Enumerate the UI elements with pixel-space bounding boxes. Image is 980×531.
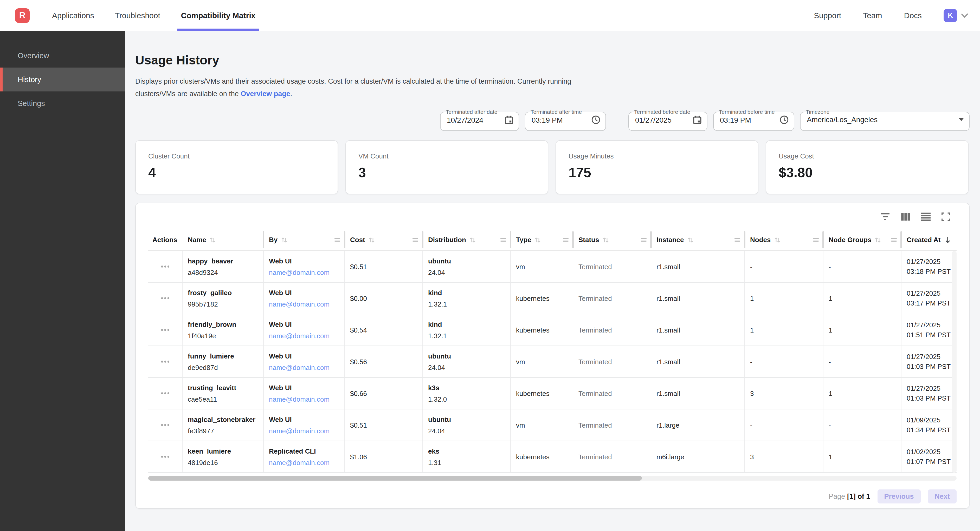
sidebar-item-history[interactable]: History	[0, 68, 125, 92]
columns-button[interactable]	[901, 212, 910, 221]
nav-tab-applications[interactable]: Applications	[52, 0, 94, 31]
fullscreen-button[interactable]	[942, 212, 950, 221]
cell-distribution: eks1.31	[423, 441, 511, 472]
email-link[interactable]: name@domain.com	[269, 362, 344, 372]
column-header-created-at[interactable]: Created At	[902, 229, 958, 250]
filter-button[interactable]	[881, 212, 890, 221]
row-actions-button[interactable]	[148, 378, 183, 409]
column-resize-icon[interactable]	[641, 238, 647, 242]
email-link[interactable]: name@domain.com	[269, 299, 344, 309]
column-resize-icon[interactable]	[813, 238, 819, 242]
column-header-cost[interactable]: Cost	[345, 229, 423, 250]
column-resize-icon[interactable]	[735, 238, 740, 242]
app-logo[interactable]: R	[15, 8, 30, 22]
row-actions-button[interactable]	[148, 346, 183, 377]
column-header-node-groups[interactable]: Node Groups	[823, 229, 902, 250]
table-row[interactable]: trusting_leavittcae5ea11 Web UIname@doma…	[148, 378, 956, 409]
column-resize-icon[interactable]	[500, 238, 506, 242]
horizontal-scrollbar-thumb[interactable]	[148, 476, 642, 480]
sort-icon[interactable]	[875, 236, 881, 243]
stat-label: Cluster Count	[148, 152, 325, 160]
table-row[interactable]: frosty_galileo995b7182 Web UIname@domain…	[148, 283, 956, 314]
sort-desc-icon[interactable]	[944, 236, 951, 244]
table-row[interactable]: happy_beavera48d9324 Web UIname@domain.c…	[148, 251, 956, 283]
email-link[interactable]: name@domain.com	[269, 458, 344, 468]
sidebar-item-settings[interactable]: Settings	[0, 92, 125, 115]
sort-icon[interactable]	[535, 236, 541, 243]
calendar-icon[interactable]	[504, 115, 514, 125]
avatar[interactable]: K	[943, 9, 957, 22]
email-link[interactable]: name@domain.com	[269, 394, 344, 404]
horizontal-scrollbar[interactable]	[148, 476, 956, 480]
sort-icon[interactable]	[602, 236, 609, 243]
timezone-select[interactable]: Timezone America/Los_Angeles	[800, 109, 970, 131]
terminated-before-date-field[interactable]: Terminated before date 01/27/2025	[628, 109, 708, 131]
row-actions-button[interactable]	[148, 409, 183, 441]
vertical-scrollbar-track[interactable]	[952, 251, 956, 473]
page-indicator: Page [1] of 1	[829, 493, 870, 500]
terminated-before-time-value[interactable]: 03:19 PM	[720, 116, 751, 124]
row-actions-button[interactable]	[148, 441, 183, 472]
row-actions-button[interactable]	[148, 314, 183, 346]
table-row[interactable]: magical_stonebrakerfe3f8977 Web UIname@d…	[148, 409, 956, 441]
column-header-by[interactable]: By	[264, 229, 345, 250]
column-header-distribution[interactable]: Distribution	[423, 229, 511, 250]
nav-tab-compatibility-matrix[interactable]: Compatibility Matrix	[181, 0, 256, 31]
column-resize-icon[interactable]	[334, 238, 340, 242]
terminated-before-time-field[interactable]: Terminated before time 03:19 PM	[713, 109, 794, 131]
table-row[interactable]: friendly_brown1f40a19e Web UIname@domain…	[148, 314, 956, 346]
column-header-status[interactable]: Status	[573, 229, 651, 250]
cell-name: friendly_brown1f40a19e	[183, 314, 264, 346]
nav-link-docs[interactable]: Docs	[904, 11, 922, 20]
more-horizontal-icon	[161, 266, 169, 268]
cell-node-groups: -	[823, 346, 902, 377]
column-header-type[interactable]: Type	[511, 229, 573, 250]
column-resize-icon[interactable]	[563, 238, 568, 242]
density-button[interactable]	[921, 212, 931, 221]
terminated-after-time-field[interactable]: Terminated after time 03:19 PM	[525, 109, 606, 131]
sort-icon[interactable]	[687, 236, 694, 243]
cell-nodes: 3	[745, 441, 823, 472]
column-header-instance[interactable]: Instance	[651, 229, 745, 250]
table-row[interactable]: keen_lumiere4819de16 Replicated CLIname@…	[148, 441, 956, 473]
sort-icon[interactable]	[774, 236, 781, 243]
timezone-value[interactable]: America/Los_Angeles	[807, 115, 878, 124]
sort-icon[interactable]	[209, 236, 216, 243]
clock-icon[interactable]	[780, 115, 789, 124]
table-header: ActionsNameByCostDistributionTypeStatusI…	[148, 229, 956, 251]
column-header-name[interactable]: Name	[183, 229, 264, 250]
column-header-nodes[interactable]: Nodes	[745, 229, 823, 250]
cell-instance: r1.small	[651, 314, 745, 346]
clock-icon[interactable]	[592, 115, 600, 124]
caret-down-icon[interactable]	[959, 118, 964, 121]
row-actions-button[interactable]	[148, 283, 183, 314]
column-label: Nodes	[750, 236, 771, 244]
cell-instance: r1.small	[651, 283, 745, 314]
overview-page-link[interactable]: Overview page	[240, 90, 290, 98]
column-label: Status	[578, 236, 599, 244]
terminated-before-date-value[interactable]: 01/27/2025	[635, 116, 671, 124]
cell-instance: r1.large	[651, 409, 745, 441]
email-link[interactable]: name@domain.com	[269, 426, 344, 436]
nav-tab-troubleshoot[interactable]: Troubleshoot	[115, 0, 160, 31]
terminated-after-time-value[interactable]: 03:19 PM	[531, 116, 563, 124]
calendar-icon[interactable]	[693, 115, 702, 125]
email-link[interactable]: name@domain.com	[269, 331, 344, 341]
column-resize-icon[interactable]	[412, 238, 418, 242]
nav-link-team[interactable]: Team	[863, 11, 882, 20]
columns-icon	[901, 212, 910, 221]
column-resize-icon[interactable]	[891, 238, 897, 242]
sort-icon[interactable]	[368, 236, 375, 243]
next-page-button[interactable]: Next	[928, 490, 956, 504]
sidebar-item-overview[interactable]: Overview	[0, 44, 125, 68]
terminated-after-date-value[interactable]: 10/27/2024	[447, 116, 483, 124]
nav-link-support[interactable]: Support	[814, 11, 841, 20]
sort-icon[interactable]	[469, 236, 476, 243]
previous-page-button[interactable]: Previous	[877, 490, 920, 504]
table-row[interactable]: funny_lumierede9ed87d Web UIname@domain.…	[148, 346, 956, 378]
email-link[interactable]: name@domain.com	[269, 267, 344, 277]
sort-icon[interactable]	[281, 236, 287, 243]
row-actions-button[interactable]	[148, 251, 183, 282]
terminated-after-date-field[interactable]: Terminated after date 10/27/2024	[440, 109, 519, 131]
account-menu[interactable]: K	[943, 9, 969, 22]
